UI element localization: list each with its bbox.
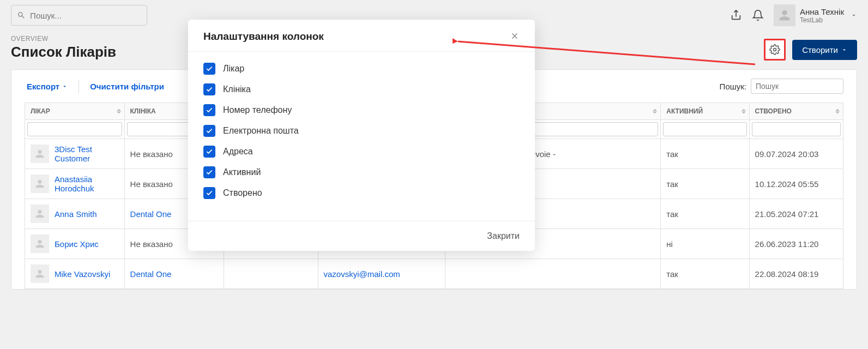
global-search[interactable] <box>11 5 147 26</box>
table-search-input[interactable] <box>751 79 843 94</box>
export-label: Експорт <box>27 82 59 91</box>
column-settings-modal: Налаштування колонок ЛікарКлінікаНомер т… <box>188 20 535 251</box>
checkbox[interactable] <box>203 63 215 75</box>
doctor-link[interactable]: 3Disc Test Customer <box>55 145 119 163</box>
doctor-cell: Mike Vazovskyi <box>31 264 119 283</box>
gear-icon <box>769 44 780 55</box>
doctor-cell: Anna Smith <box>31 204 119 223</box>
email-link[interactable]: vazovskyi@mail.com <box>324 269 400 279</box>
table-search-label: Пошук: <box>720 82 746 91</box>
clinic-cell: Не вказано <box>130 179 173 189</box>
checkbox[interactable] <box>203 125 215 137</box>
page-title: Список Лікарів <box>11 44 116 61</box>
checkbox[interactable] <box>203 104 215 116</box>
clear-filters-button[interactable]: Очистити фільтри <box>90 82 164 91</box>
active-cell: так <box>666 149 678 159</box>
modal-title: Налаштування колонок <box>203 31 324 43</box>
modal-close-button[interactable] <box>510 31 520 43</box>
user-org: TestLab <box>800 16 844 24</box>
modal-header: Налаштування колонок <box>188 20 535 52</box>
created-cell: 21.05.2024 07:21 <box>755 209 819 219</box>
checkbox[interactable] <box>203 83 215 95</box>
clinic-cell[interactable]: Dental One <box>130 269 172 279</box>
col-doctor[interactable]: ЛІКАР <box>25 103 125 120</box>
option-label: Лікар <box>223 64 244 74</box>
filter-active[interactable] <box>663 122 746 136</box>
search-icon <box>17 10 26 20</box>
topbar-right: Анна Технік TestLab <box>730 4 857 26</box>
doctor-link[interactable]: Mike Vazovskyi <box>55 269 110 279</box>
avatar <box>31 174 49 193</box>
bell-icon[interactable] <box>752 9 764 21</box>
active-cell: так <box>666 269 678 279</box>
column-option[interactable]: Створено <box>203 187 520 199</box>
create-button[interactable]: Створити <box>792 40 857 60</box>
close-icon <box>510 31 520 41</box>
created-cell: 09.07.2024 20:03 <box>755 149 819 159</box>
column-option[interactable]: Лікар <box>203 63 520 75</box>
doctor-link[interactable]: Anna Smith <box>55 209 97 219</box>
active-cell: так <box>666 179 678 189</box>
option-label: Номер телефону <box>223 105 292 115</box>
created-cell: 26.06.2023 11:20 <box>755 239 819 249</box>
active-cell: так <box>666 209 678 219</box>
col-created[interactable]: СТВОРЕНО <box>749 103 843 120</box>
avatar <box>31 234 49 253</box>
avatar <box>31 145 49 163</box>
checkbox[interactable] <box>203 166 215 178</box>
svg-point-0 <box>774 49 776 51</box>
modal-footer-close[interactable]: Закрити <box>188 221 535 251</box>
doctor-link[interactable]: Anastasiia Horodchuk <box>55 174 119 193</box>
created-cell: 22.08.2024 08:19 <box>755 269 819 279</box>
created-cell: 10.12.2024 05:55 <box>755 179 819 189</box>
column-option[interactable]: Клініка <box>203 83 520 95</box>
user-name: Анна Технік <box>800 7 844 16</box>
column-option[interactable]: Адреса <box>203 146 520 158</box>
global-search-input[interactable] <box>30 11 141 20</box>
column-option[interactable]: Номер телефону <box>203 104 520 116</box>
overview-label: OVERVIEW <box>11 35 116 43</box>
active-cell: ні <box>666 239 673 249</box>
clinic-cell[interactable]: Dental One <box>130 209 172 219</box>
clinic-cell: Не вказано <box>130 149 173 159</box>
create-button-label: Створити <box>802 45 838 55</box>
column-option[interactable]: Активний <box>203 166 520 178</box>
doctor-cell: 3Disc Test Customer <box>31 145 119 163</box>
table-row: Mike Vazovskyi Dental One vazovskyi@mail… <box>25 259 843 289</box>
chevron-down-icon <box>841 47 847 53</box>
user-info: Анна Технік TestLab <box>800 7 844 24</box>
avatar <box>31 264 49 283</box>
col-active[interactable]: АКТИВНИЙ <box>661 103 749 120</box>
doctor-cell: Борис Хрис <box>31 234 119 253</box>
filter-created[interactable] <box>752 122 841 136</box>
checkbox[interactable] <box>203 146 215 158</box>
chevron-down-icon <box>62 83 68 89</box>
column-settings-button[interactable] <box>764 39 786 61</box>
checkbox[interactable] <box>203 187 215 199</box>
user-menu[interactable]: Анна Технік TestLab <box>774 4 857 26</box>
option-label: Клініка <box>223 85 251 94</box>
option-label: Створено <box>223 188 262 198</box>
clinic-cell: Не вказано <box>130 239 173 249</box>
export-button[interactable]: Експорт <box>25 80 79 93</box>
user-avatar <box>774 4 795 26</box>
option-label: Активний <box>223 167 261 177</box>
chevron-down-icon <box>851 12 857 19</box>
share-icon[interactable] <box>730 9 742 21</box>
filter-doctor[interactable] <box>27 122 122 136</box>
column-option[interactable]: Електронна пошта <box>203 125 520 137</box>
avatar <box>31 204 49 223</box>
option-label: Електронна пошта <box>223 126 299 136</box>
doctor-cell: Anastasiia Horodchuk <box>31 174 119 193</box>
table-search: Пошук: <box>720 79 843 94</box>
doctor-link[interactable]: Борис Хрис <box>55 239 99 249</box>
option-label: Адреса <box>223 147 253 157</box>
modal-body: ЛікарКлінікаНомер телефонуЕлектронна пош… <box>188 52 535 221</box>
